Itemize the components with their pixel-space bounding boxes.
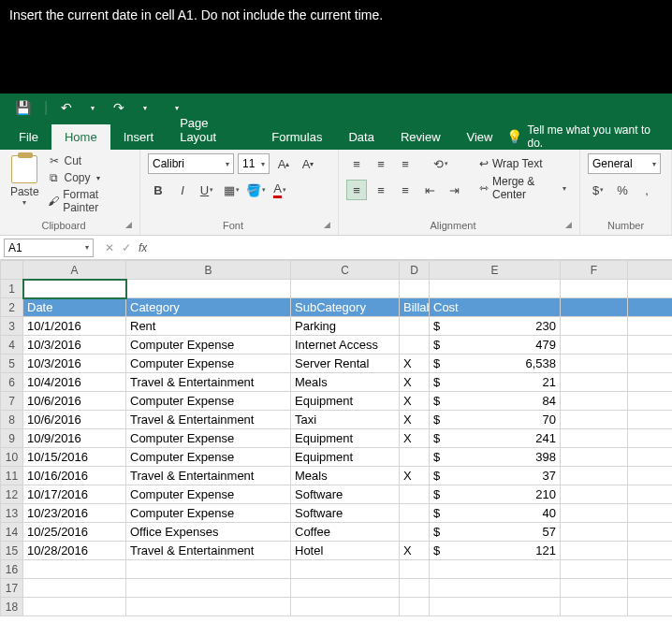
- cell-extra-12[interactable]: [628, 485, 673, 504]
- tab-formulas[interactable]: Formulas: [258, 124, 335, 150]
- cell-F15[interactable]: [561, 542, 628, 560]
- cell-extra-14[interactable]: [628, 523, 673, 542]
- tab-file[interactable]: File: [6, 124, 51, 150]
- cell-B9[interactable]: Computer Expense: [126, 429, 291, 448]
- cell-extra-5[interactable]: [628, 355, 673, 373]
- cell-C3[interactable]: Parking: [291, 317, 400, 336]
- cell-C6[interactable]: Meals: [291, 373, 400, 392]
- decrease-font-button[interactable]: A▾: [298, 153, 318, 174]
- row-header-7[interactable]: 7: [1, 392, 23, 411]
- cell-E1[interactable]: [430, 280, 561, 298]
- cell-C15[interactable]: Hotel: [291, 542, 400, 560]
- cell-D2[interactable]: Billable?: [400, 298, 430, 317]
- cell-B3[interactable]: Rent: [126, 317, 291, 336]
- row-header-11[interactable]: 11: [1, 467, 23, 485]
- align-center-button[interactable]: ≡: [371, 180, 391, 200]
- cell-D5[interactable]: X: [400, 355, 430, 373]
- row-header-6[interactable]: 6: [1, 373, 23, 392]
- cell-B12[interactable]: Computer Expense: [126, 485, 291, 504]
- cell-E14[interactable]: $57: [430, 523, 561, 542]
- tell-me-search[interactable]: 💡 Tell me what you want to do.: [506, 123, 667, 150]
- percent-format-button[interactable]: %: [612, 180, 633, 200]
- cell-F6[interactable]: [561, 373, 628, 392]
- cell-F7[interactable]: [561, 392, 628, 411]
- tab-data[interactable]: Data: [335, 124, 387, 150]
- font-size-combo[interactable]: 11▾: [238, 153, 270, 174]
- copy-dropdown-icon[interactable]: ▾: [96, 174, 100, 182]
- row-header-4[interactable]: 4: [1, 336, 23, 355]
- cell-A10[interactable]: 10/15/2016: [23, 448, 126, 467]
- cell-A5[interactable]: 10/3/2016: [23, 355, 126, 373]
- cell-extra-16[interactable]: [628, 560, 673, 579]
- font-launcher-icon[interactable]: ◢: [318, 220, 330, 229]
- align-bottom-button[interactable]: ≡: [395, 153, 416, 174]
- undo-icon[interactable]: ↶: [55, 100, 78, 115]
- cell-F2[interactable]: [561, 298, 628, 317]
- cell-B8[interactable]: Travel & Entertainment: [126, 411, 291, 429]
- cell-B4[interactable]: Computer Expense: [126, 336, 291, 355]
- underline-button[interactable]: U▾: [197, 180, 217, 200]
- row-header-1[interactable]: 1: [1, 280, 23, 298]
- cell-C10[interactable]: Equipment: [291, 448, 400, 467]
- row-header-16[interactable]: 16: [1, 560, 23, 579]
- align-right-button[interactable]: ≡: [395, 180, 416, 200]
- row-header-14[interactable]: 14: [1, 523, 23, 542]
- cell-E18[interactable]: [430, 598, 561, 616]
- comma-format-button[interactable]: ,: [636, 180, 657, 200]
- undo-dropdown-icon[interactable]: ▾: [85, 104, 100, 112]
- cell-E11[interactable]: $37: [430, 467, 561, 485]
- row-header-13[interactable]: 13: [1, 504, 23, 523]
- tab-review[interactable]: Review: [387, 124, 454, 150]
- paste-button[interactable]: Paste ▾: [7, 153, 42, 207]
- cell-extra-10[interactable]: [628, 448, 673, 467]
- cell-C2[interactable]: SubCategory: [291, 298, 400, 317]
- cell-E12[interactable]: $210: [430, 485, 561, 504]
- cell-D4[interactable]: [400, 336, 430, 355]
- bold-button[interactable]: B: [148, 180, 168, 200]
- row-header-15[interactable]: 15: [1, 542, 23, 560]
- cut-button[interactable]: ✂Cut: [46, 153, 133, 168]
- cell-D15[interactable]: X: [400, 542, 430, 560]
- row-header-17[interactable]: 17: [1, 579, 23, 598]
- tab-home[interactable]: Home: [51, 124, 110, 150]
- cell-D1[interactable]: [400, 280, 430, 298]
- col-header-F[interactable]: F: [561, 261, 628, 280]
- cell-C5[interactable]: Server Rental: [291, 355, 400, 373]
- cell-B11[interactable]: Travel & Entertainment: [126, 467, 291, 485]
- cell-extra-9[interactable]: [628, 429, 673, 448]
- name-box[interactable]: A1▾: [4, 239, 94, 257]
- cell-D17[interactable]: [400, 579, 430, 598]
- row-header-9[interactable]: 9: [1, 429, 23, 448]
- cell-extra-1[interactable]: [628, 280, 673, 298]
- cell-D16[interactable]: [400, 560, 430, 579]
- cell-E5[interactable]: $6,538: [430, 355, 561, 373]
- increase-indent-button[interactable]: ⇥: [444, 180, 464, 200]
- tab-view[interactable]: View: [454, 124, 506, 150]
- cell-extra-15[interactable]: [628, 542, 673, 560]
- formula-input[interactable]: [154, 239, 672, 257]
- cell-E15[interactable]: $121: [430, 542, 561, 560]
- cell-D12[interactable]: [400, 485, 430, 504]
- paste-dropdown-icon[interactable]: ▾: [22, 198, 26, 207]
- row-header-8[interactable]: 8: [1, 411, 23, 429]
- align-middle-button[interactable]: ≡: [371, 153, 391, 174]
- cell-F10[interactable]: [561, 448, 628, 467]
- cell-D11[interactable]: X: [400, 467, 430, 485]
- cell-A18[interactable]: [23, 598, 126, 616]
- cell-E10[interactable]: $398: [430, 448, 561, 467]
- fill-color-button[interactable]: 🪣▾: [245, 180, 266, 200]
- increase-font-button[interactable]: A▴: [273, 153, 294, 174]
- cell-F13[interactable]: [561, 504, 628, 523]
- copy-button[interactable]: ⧉Copy▾: [46, 170, 133, 185]
- cell-extra-4[interactable]: [628, 336, 673, 355]
- cell-B18[interactable]: [126, 598, 291, 616]
- cell-F4[interactable]: [561, 336, 628, 355]
- row-header-18[interactable]: 18: [1, 598, 23, 616]
- cell-B7[interactable]: Computer Expense: [126, 392, 291, 411]
- cell-E4[interactable]: $479: [430, 336, 561, 355]
- cell-E13[interactable]: $40: [430, 504, 561, 523]
- cell-E9[interactable]: $241: [430, 429, 561, 448]
- cell-D8[interactable]: X: [400, 411, 430, 429]
- row-header-2[interactable]: 2: [1, 298, 23, 317]
- decrease-indent-button[interactable]: ⇤: [419, 180, 440, 200]
